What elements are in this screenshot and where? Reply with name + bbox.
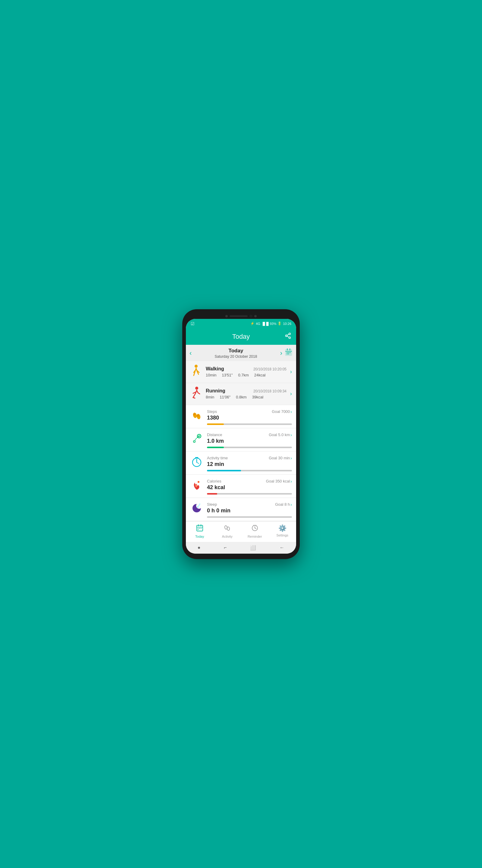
calories-label: Calories xyxy=(207,479,221,484)
running-name: Running xyxy=(206,388,225,394)
header-title: Today xyxy=(232,333,250,341)
android-recent-btn[interactable]: ⌐ xyxy=(224,545,227,550)
android-home-btn[interactable]: ⬜ xyxy=(250,545,256,551)
running-duration: 8min xyxy=(206,395,214,399)
nav-today[interactable]: Today xyxy=(186,524,214,538)
share-button[interactable] xyxy=(285,333,291,341)
svg-point-16 xyxy=(193,412,197,418)
time-label: 10:26 xyxy=(283,322,291,326)
battery-icon: 🔋 xyxy=(278,321,282,326)
android-back-btn[interactable]: ← xyxy=(280,545,284,550)
steps-metric-row[interactable]: Steps Goal 7000 › 1380 xyxy=(186,405,296,428)
calories-progress-bar xyxy=(207,493,292,495)
date-nav-subtitle: Saturday 20 October 2018 xyxy=(215,354,257,359)
phone-frame: ☑ ⚡ 4G ▐▌█ 93% 🔋 10:26 Today ‹ xyxy=(182,309,300,559)
svg-rect-40 xyxy=(198,529,198,530)
distance-content: Distance Goal 5.0 km › 1.0 km xyxy=(207,433,292,448)
distance-metric-row[interactable]: Distance Goal 5.0 km › 1.0 km xyxy=(186,428,296,452)
activity-time-metric-row[interactable]: Activity time Goal 30 min › 12 min xyxy=(186,452,296,475)
distance-icon xyxy=(190,433,203,447)
walking-calories: 24kcal xyxy=(254,373,266,377)
svg-line-45 xyxy=(255,528,256,529)
walking-distance: 0.7km xyxy=(238,373,249,377)
steps-goal[interactable]: Goal 7000 › xyxy=(272,409,292,414)
walking-name: Walking xyxy=(206,366,224,372)
activity-time-content: Activity time Goal 30 min › 12 min xyxy=(207,456,292,471)
svg-rect-10 xyxy=(288,352,289,353)
calories-content: Calories Goal 350 kcal › 42 kcal xyxy=(207,479,292,495)
activity-time-goal[interactable]: Goal 30 min › xyxy=(269,456,292,461)
status-app-icon: ☑ xyxy=(191,321,195,326)
svg-line-26 xyxy=(197,462,199,464)
walking-date: 20/10/2018 10:20:05 xyxy=(253,367,287,371)
sleep-metric-row[interactable]: z z z Sleep Goal 8 h › 0 h 0 min xyxy=(186,498,296,521)
reminder-nav-icon xyxy=(251,524,258,533)
svg-text:z: z xyxy=(199,503,200,505)
sleep-goal[interactable]: Goal 8 h › xyxy=(275,502,292,507)
activity-time-progress-bar xyxy=(207,470,292,471)
activity-time-label: Activity time xyxy=(207,456,228,460)
nav-reminder[interactable]: Reminder xyxy=(241,524,269,538)
steps-label: Steps xyxy=(207,409,217,414)
steps-icon xyxy=(190,409,203,424)
today-nav-label: Today xyxy=(195,535,204,538)
activity-nav-icon xyxy=(224,524,231,533)
settings-nav-icon: ⚙️ xyxy=(278,524,287,532)
android-nav: ● ⌐ ⬜ ← xyxy=(186,542,296,554)
calories-bar-fill xyxy=(207,493,217,495)
date-nav-title: Today xyxy=(215,348,257,354)
running-activity-row[interactable]: Running 20/10/2018 10:09:34 8min 11'06" … xyxy=(186,383,296,405)
running-icon xyxy=(190,387,202,401)
settings-nav-label: Settings xyxy=(276,533,288,537)
nav-settings[interactable]: ⚙️ Settings xyxy=(269,524,296,538)
walking-chevron: › xyxy=(290,369,292,375)
walking-activity-row[interactable]: Walking 20/10/2018 10:20:05 10min 13'51"… xyxy=(186,361,296,383)
calories-value: 42 kcal xyxy=(207,484,292,491)
svg-rect-39 xyxy=(201,528,201,529)
phone-screen: ☑ ⚡ 4G ▐▌█ 93% 🔋 10:26 Today ‹ xyxy=(186,319,296,554)
steps-value: 1380 xyxy=(207,415,292,421)
calendar-button[interactable] xyxy=(285,348,292,358)
bluetooth-icon: ⚡ xyxy=(250,321,255,326)
android-dot-btn[interactable]: ● xyxy=(198,545,201,550)
signal-bars: ▐▌█ xyxy=(261,322,268,326)
distance-goal[interactable]: Goal 5.0 km › xyxy=(269,433,292,437)
svg-rect-38 xyxy=(199,528,200,529)
activity-time-value: 12 min xyxy=(207,461,292,467)
phone-notch xyxy=(186,315,296,318)
walking-icon xyxy=(190,365,202,379)
svg-point-42 xyxy=(227,527,230,530)
walking-duration: 10min xyxy=(206,373,216,377)
calories-goal[interactable]: Goal 350 kcal › xyxy=(266,479,292,484)
svg-point-29 xyxy=(198,481,199,483)
walking-info: Walking 20/10/2018 10:20:05 10min 13'51"… xyxy=(206,366,287,377)
calories-metric-row[interactable]: Calories Goal 350 kcal › 42 kcal xyxy=(186,475,296,498)
nav-activity[interactable]: Activity xyxy=(214,524,241,538)
activity-nav-label: Activity xyxy=(222,535,232,538)
steps-bar-fill xyxy=(207,424,224,425)
svg-point-15 xyxy=(195,387,198,390)
today-nav-icon xyxy=(196,524,203,533)
svg-rect-37 xyxy=(198,528,198,529)
distance-value: 1.0 km xyxy=(207,438,292,444)
network-label: 4G xyxy=(256,322,260,326)
distance-progress-bar xyxy=(207,447,292,448)
date-nav: ‹ Today Saturday 20 October 2018 › xyxy=(186,345,296,361)
status-right: ⚡ 4G ▐▌█ 93% 🔋 10:26 xyxy=(250,321,291,326)
status-bar: ☑ ⚡ 4G ▐▌█ 93% 🔋 10:26 xyxy=(186,319,296,329)
svg-line-3 xyxy=(287,336,289,337)
svg-rect-12 xyxy=(287,353,287,354)
steps-progress-bar xyxy=(207,424,292,425)
walking-pace: 13'51" xyxy=(222,373,232,377)
reminder-nav-label: Reminder xyxy=(248,535,262,538)
activity-time-icon xyxy=(190,456,203,470)
svg-point-17 xyxy=(196,413,201,419)
distance-label: Distance xyxy=(207,433,222,437)
running-date: 20/10/2018 10:09:34 xyxy=(253,389,287,393)
running-calories: 39kcal xyxy=(252,395,264,399)
sleep-content: Sleep Goal 8 h › 0 h 0 min xyxy=(207,502,292,518)
prev-day-button[interactable]: ‹ xyxy=(190,349,192,357)
svg-point-23 xyxy=(194,441,195,442)
next-day-button[interactable]: › xyxy=(280,349,282,357)
running-pace: 11'06" xyxy=(220,395,230,399)
